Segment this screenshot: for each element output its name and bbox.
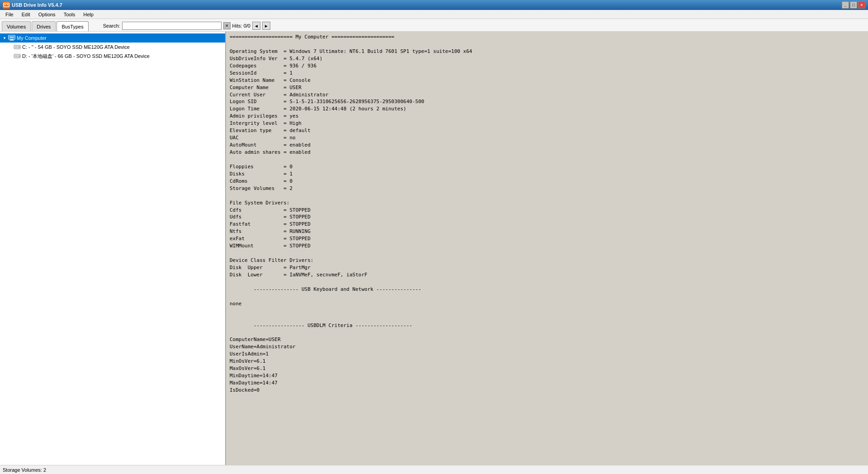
- menu-bar: File Edit Options Tools Help: [0, 10, 868, 19]
- svg-rect-6: [9, 40, 14, 41]
- menu-options[interactable]: Options: [35, 11, 59, 18]
- expand-icon-d: [7, 53, 13, 59]
- status-bar: Storage Volumes: 2: [0, 465, 868, 474]
- search-next-button[interactable]: ►: [262, 22, 270, 30]
- menu-tools[interactable]: Tools: [60, 11, 79, 18]
- expand-icon: ▼: [2, 35, 7, 41]
- svg-rect-9: [15, 47, 18, 47]
- tab-group: Volumes Drives BusTypes: [2, 21, 90, 31]
- left-panel: ▼ My Computer C: - '' -: [0, 32, 226, 465]
- tab-volumes[interactable]: Volumes: [2, 21, 31, 31]
- tree-item-drive-d[interactable]: D: - '本地磁盘' - 66 GB - SOYO SSD ME120G AT…: [0, 52, 225, 61]
- main-content: ▼ My Computer C: - '' -: [0, 32, 868, 465]
- search-label: Search:: [103, 23, 120, 28]
- svg-rect-2: [7, 4, 8, 5]
- tab-drives[interactable]: Drives: [32, 21, 56, 31]
- drive-c-label: C: - '' - 54 GB - SOYO SSD ME120G ATA De…: [22, 44, 130, 50]
- svg-point-11: [19, 56, 20, 57]
- svg-rect-1: [5, 4, 6, 5]
- drive-d-label: D: - '本地磁盘' - 66 GB - SOYO SSD ME120G AT…: [22, 53, 150, 60]
- svg-rect-12: [15, 56, 18, 57]
- menu-edit[interactable]: Edit: [18, 11, 34, 18]
- close-button[interactable]: ×: [858, 1, 865, 9]
- tree-item-my-computer[interactable]: ▼ My Computer: [0, 33, 225, 43]
- drive-icon-c: [14, 43, 21, 51]
- window-controls: _ □ ×: [842, 1, 865, 9]
- hits-label: Hits: 0/0: [232, 23, 250, 28]
- drive-icon-d: [14, 52, 21, 60]
- info-content: ===================== My Computer ======…: [230, 33, 864, 394]
- app-title: USB Drive Info V5.4.7: [12, 2, 62, 8]
- svg-rect-0: [4, 3, 9, 7]
- title-bar: USB Drive Info V5.4.7 _ □ ×: [0, 0, 868, 10]
- expand-icon-c: [7, 44, 13, 50]
- my-computer-label: My Computer: [17, 35, 47, 41]
- menu-file[interactable]: File: [2, 11, 17, 18]
- computer-icon: [8, 34, 15, 42]
- right-panel: ===================== My Computer ======…: [226, 32, 868, 465]
- app-icon: [3, 1, 10, 9]
- menu-help[interactable]: Help: [80, 11, 97, 18]
- status-text: Storage Volumes: 2: [3, 467, 46, 473]
- tab-bustypes[interactable]: BusTypes: [57, 21, 88, 31]
- maximize-button[interactable]: □: [850, 1, 857, 9]
- search-prev-button[interactable]: ◄: [252, 22, 260, 30]
- search-area: Search: ✕ Hits: 0/0 ◄ ►: [103, 22, 270, 31]
- search-input[interactable]: [122, 22, 222, 30]
- tree-item-drive-c[interactable]: C: - '' - 54 GB - SOYO SSD ME120G ATA De…: [0, 43, 225, 52]
- svg-point-8: [19, 47, 20, 48]
- search-clear-button[interactable]: ✕: [223, 22, 231, 29]
- toolbar: Volumes Drives BusTypes Search: ✕ Hits: …: [0, 19, 868, 32]
- svg-rect-4: [9, 36, 14, 38]
- minimize-button[interactable]: _: [842, 1, 849, 9]
